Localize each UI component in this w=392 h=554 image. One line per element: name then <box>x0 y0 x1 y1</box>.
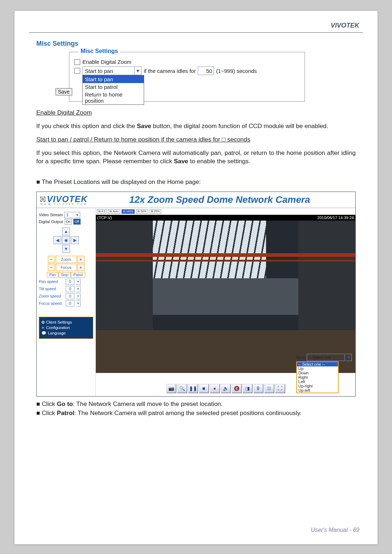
idle-action-select-value: Start to pan <box>83 68 134 74</box>
enable-digital-zoom-checkbox[interactable] <box>74 59 80 65</box>
dpad-left-button[interactable]: ◀ <box>53 236 61 244</box>
zoom-label: Zoom <box>56 256 77 263</box>
language-link[interactable]: 💬 Language <box>41 331 91 336</box>
goto-options-list[interactable]: -- Select one -- Up Down Right Left Up-r… <box>296 361 339 393</box>
stop-button[interactable]: Stop <box>58 272 71 278</box>
idle-action-option[interactable]: Return to home position <box>83 91 144 104</box>
goto-option[interactable]: Down <box>297 371 338 375</box>
video-timestamp: 2010/06/17 14:39:24 <box>317 216 354 220</box>
dpad-up-button[interactable]: ▲ <box>62 227 70 235</box>
goto-option[interactable]: Up-right <box>297 384 338 388</box>
video-view <box>96 221 355 373</box>
mute-button[interactable]: 🔇 <box>232 384 242 393</box>
page-header: VIVOTEK <box>15 11 377 32</box>
dpad-down-button[interactable]: ▼ <box>62 245 70 253</box>
idle-action-option[interactable]: Start to pan <box>83 75 144 83</box>
powered-by: Powered by VIVOTEK <box>39 345 93 349</box>
video-stream-select[interactable]: 1▾ <box>64 212 80 218</box>
idle-heading: Start to pan / patrol / Return to home p… <box>36 136 356 144</box>
goto-option[interactable]: Up <box>297 366 338 371</box>
focus-label: Focus <box>56 264 77 271</box>
mic-mute-button[interactable]: 🎙̸ <box>264 384 274 393</box>
tilt-speed-value[interactable]: 0 <box>66 286 74 292</box>
goto-option[interactable]: Left <box>297 379 338 384</box>
idle-action-option[interactable]: Start to patrol <box>83 83 144 91</box>
volume-button[interactable]: 🔈 <box>221 384 231 393</box>
save-button[interactable]: Save <box>56 88 72 95</box>
zoom-speed-label: Zoom speed <box>39 294 64 298</box>
misc-settings-fieldset: Misc Settings Enable Digital Zoom Start … <box>69 52 305 102</box>
zoom-speed-value[interactable]: 0 <box>66 293 74 299</box>
sidebar-links: ✿ Client Settings ➣ Configuration 💬 Lang… <box>39 317 93 339</box>
half-button[interactable]: ◨ <box>242 384 253 393</box>
zoom-auto-badge[interactable]: ⧉ Auto <box>108 209 120 214</box>
stop-button[interactable]: ■ <box>199 384 209 393</box>
chevron-down-icon[interactable]: ▾ <box>76 286 81 292</box>
goto-select-value[interactable]: -- Select one -- <box>307 354 345 361</box>
snapshot-button[interactable]: 📷 <box>166 384 176 393</box>
camera-ui-screenshot: VIVOTEK WWW.VIVOTEK.COM 12x Zoom Speed D… <box>36 192 356 397</box>
header-rule <box>29 32 363 33</box>
chevron-down-icon[interactable]: ▾ <box>346 354 352 361</box>
dpad-right-button[interactable]: ▶ <box>71 236 79 244</box>
camera-title: 12x Zoom Speed Dome Network Camera <box>87 194 352 205</box>
brand-logo-icon <box>40 197 45 202</box>
tilt-speed-label: Tilt speed <box>39 287 64 291</box>
pan-button[interactable]: Pan <box>47 272 58 278</box>
chevron-down-icon[interactable]: ▾ <box>134 67 141 75</box>
client-settings-link[interactable]: ✿ Client Settings <box>41 320 91 325</box>
zoom-100-badge[interactable]: ⧉ 100% <box>122 209 135 214</box>
video-control-bar: 📷 🔍 ❚❚ ■ ● 🔈 🔇 ◨ 🎙 🎙̸ ⛶ <box>166 384 285 393</box>
camera-sidebar: Video Stream 1▾ Digital Output On Off ▲ … <box>37 208 96 396</box>
mic-button[interactable]: 🎙 <box>253 384 264 393</box>
brand-subtext: WWW.VIVOTEK.COM <box>40 203 87 205</box>
patrol-button[interactable]: Patrol <box>71 272 85 278</box>
goto-option[interactable]: -- Select one -- <box>297 362 338 366</box>
video-stream-label: Video Stream <box>39 213 63 217</box>
preset-locations-line: ■ The Preset Locations will be displayed… <box>36 178 356 186</box>
zoom-25-badge[interactable]: ⧉ 25% <box>150 209 161 214</box>
pan-speed-label: Pan speed <box>39 279 64 284</box>
zoom-tool-button[interactable]: 🔍 <box>177 384 187 393</box>
idle-action-select[interactable]: Start to pan ▾ <box>82 66 142 75</box>
idle-action-options-list[interactable]: Start to pan Start to patrol Return to h… <box>82 75 144 105</box>
record-button[interactable]: ● <box>210 384 220 393</box>
dpad-home-button[interactable]: ◉ <box>62 236 70 244</box>
digital-output-on-button[interactable]: On <box>65 219 72 225</box>
focus-speed-value[interactable]: 0 <box>66 300 74 307</box>
chevron-down-icon[interactable]: ▾ <box>76 300 81 307</box>
digital-output-off-button[interactable]: Off <box>73 219 81 225</box>
goto-option[interactable]: Up-left <box>297 388 338 393</box>
zoom-50-badge[interactable]: ⧉ 50% <box>136 209 148 214</box>
aspect-badge[interactable]: ⧉ 4:3 <box>97 209 107 214</box>
chevron-down-icon[interactable]: ▾ <box>76 279 81 285</box>
zoom-badge-row: ⧉ 4:3 ⧉ Auto ⧉ 100% ⧉ 50% ⧉ 25% <box>96 208 355 215</box>
enable-digital-zoom-heading: Enable Digital Zoom <box>36 109 356 117</box>
enable-digital-zoom-paragraph: If you check this option and click the S… <box>36 122 356 131</box>
idle-text-1: if the camera idles for <box>144 68 196 74</box>
goto-bullet: ■ Click Go to: The Network Camera will m… <box>36 400 356 409</box>
zoom-minus-button[interactable]: − <box>48 256 55 263</box>
video-protocol: (TCP-V) <box>97 216 112 220</box>
goto-label: Go to <box>296 355 306 360</box>
idle-seconds-input[interactable]: 50 <box>198 66 214 75</box>
digital-output-label: Digital Output <box>39 219 63 224</box>
focus-speed-label: Focus speed <box>39 301 64 305</box>
goto-option[interactable]: Right <box>297 375 338 379</box>
focus-minus-button[interactable]: − <box>48 264 55 271</box>
pause-button[interactable]: ❚❚ <box>188 384 198 393</box>
idle-paragraph: If you select this option, the Network C… <box>36 149 356 166</box>
chevron-down-icon[interactable]: ▾ <box>76 293 81 299</box>
pan-speed-value[interactable]: 0 <box>66 279 74 285</box>
enable-digital-zoom-label: Enable Digital Zoom <box>82 59 131 65</box>
patrol-bullet: ■ Click Patrol: The Network Camera will … <box>36 409 356 418</box>
ptz-dpad: ▲ ◀ ◉ ▶ ▼ <box>39 227 93 253</box>
fullscreen-button[interactable]: ⛶ <box>275 384 285 393</box>
page-footer: User's Manual - 69 <box>311 527 359 533</box>
fieldset-legend: Misc Settings <box>78 48 120 54</box>
focus-plus-button[interactable]: + <box>77 264 85 271</box>
idle-action-checkbox[interactable] <box>74 68 80 74</box>
configuration-link[interactable]: ➣ Configuration <box>41 325 91 330</box>
idle-text-2: (1~999) seconds <box>216 68 257 74</box>
zoom-plus-button[interactable]: + <box>77 256 85 263</box>
